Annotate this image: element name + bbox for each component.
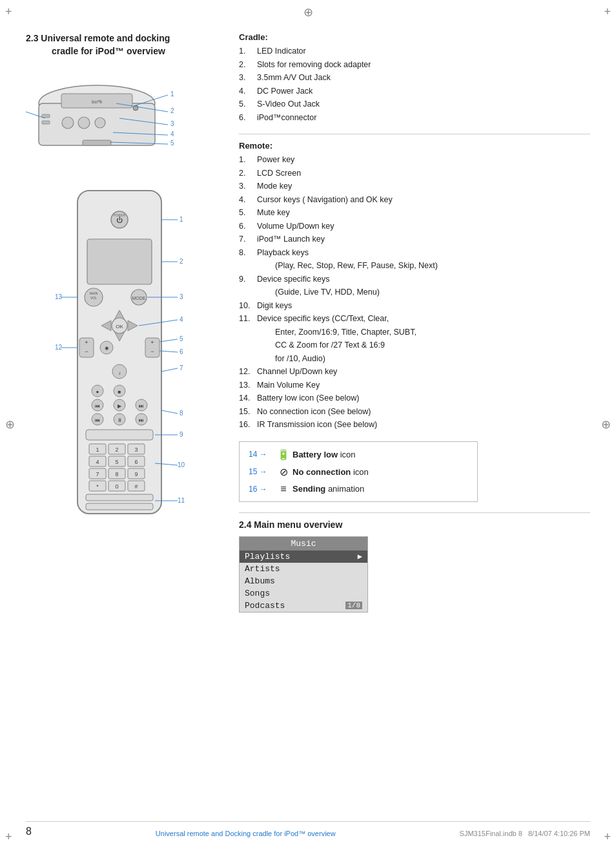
svg-text:▶: ▶ [118, 403, 122, 409]
remote-list-item: 8.Playback keys [239, 247, 590, 259]
cradle-list-item: 4.DC Power Jack [239, 86, 590, 98]
svg-text:3: 3 [134, 446, 138, 453]
menu-item-0: Playlists▶ [240, 550, 367, 563]
reg-mark-bl: + [5, 830, 12, 844]
menu-screen: Music Playlists▶ArtistsAlbumsSongsPodcas… [239, 536, 368, 613]
cradle-section: Cradle: 1.LED Indicator2.Slots for remov… [239, 32, 590, 123]
svg-rect-9 [42, 114, 50, 118]
svg-line-104 [161, 368, 178, 372]
remote-list-item: 7.iPod™ Launch key [239, 234, 590, 246]
menu-title: Music [240, 537, 367, 550]
svg-text:#: # [134, 483, 138, 490]
svg-text:2: 2 [180, 258, 183, 265]
svg-text:−: − [85, 348, 88, 355]
remote-list-item: 1.Power key [239, 154, 590, 166]
remote-list-item: 13.Main Volume Key [239, 380, 590, 392]
menu-item-4: Podcasts1/8 [240, 600, 367, 612]
svg-text:■: ■ [118, 389, 121, 395]
remote-section: Remote: 1.Power key2.LCD Screen3.Mode ke… [239, 141, 590, 431]
menu-item-1: Artists [240, 563, 367, 575]
svg-text:5: 5 [115, 459, 118, 465]
section-divider [239, 134, 590, 134]
icon-arrow-num: 15 → [249, 467, 274, 476]
svg-text:1: 1 [96, 446, 99, 453]
svg-text:11: 11 [178, 497, 185, 504]
cradle-title: Cradle: [239, 32, 590, 42]
svg-rect-5 [83, 140, 111, 145]
cradle-list-item: 2.Slots for removing dock adapter [239, 59, 590, 71]
footer: 8 Universal remote and Docking cradle fo… [26, 821, 590, 837]
svg-text:5: 5 [180, 335, 183, 342]
footer-title: Universal remote and Docking cradle for … [156, 830, 336, 837]
remote-list-item: 11.Device specific keys (CC/Text, Clear, [239, 313, 590, 325]
svg-text:●: ● [96, 389, 99, 395]
remote-diagram: POWER ⏻ MODE MAIN VOL [55, 184, 197, 548]
svg-text:1: 1 [170, 90, 174, 98]
svg-point-8 [95, 118, 105, 128]
section-24: 2.4 Main menu overview Music Playlists▶A… [239, 519, 590, 613]
icon-arrow-num: 16 → [249, 485, 274, 494]
remote-list-item: 15.No connection icon (See below) [239, 406, 590, 418]
remote-list-item: 5.Mute key [239, 207, 590, 219]
svg-text:MAIN: MAIN [90, 291, 98, 295]
svg-text:3: 3 [180, 293, 183, 300]
svg-text:3: 3 [170, 120, 174, 127]
svg-text:6: 6 [134, 459, 138, 465]
page-number: 8 [26, 826, 32, 837]
reg-mark-br: + [604, 830, 611, 844]
cradle-list-item: 5.S-Video Out Jack [239, 99, 590, 110]
remote-list-item: 6.Volume Up/Down key [239, 221, 590, 233]
section-24-title: 2.4 Main menu overview [239, 519, 590, 530]
icon-label: Battery low icon [293, 450, 356, 459]
svg-text:8: 8 [115, 471, 118, 477]
icon-symbol: ≡ [274, 483, 293, 495]
section-23-heading: 2.3 Universal remote and docking cradle … [26, 32, 226, 58]
svg-text:9: 9 [134, 471, 138, 477]
svg-text:⏻: ⏻ [116, 216, 123, 224]
svg-text:⏸: ⏸ [117, 417, 122, 423]
svg-text:4: 4 [96, 459, 99, 465]
remote-list: 1.Power key2.LCD Screen3.Mode key4.Curso… [239, 154, 590, 431]
right-column: Cradle: 1.LED Indicator2.Slots for remov… [239, 32, 590, 613]
svg-text:♪: ♪ [118, 370, 121, 376]
svg-line-106 [161, 410, 178, 414]
cradle-list-item: 3.3.5mm A/V Out Jack [239, 72, 590, 84]
svg-text:9: 9 [180, 431, 183, 438]
page: + + + + ⊕ ⊕ ⊕ 2.3 Universal remote and d… [0, 0, 616, 849]
svg-text:13: 13 [55, 293, 63, 300]
icon-row-1: 15 → ⊘ No connection icon [249, 466, 468, 478]
svg-text:7: 7 [96, 471, 99, 477]
footer-file-info: SJM315Final.indb 8 8/14/07 4:10:26 PM [460, 830, 590, 837]
svg-rect-90 [86, 494, 153, 501]
svg-rect-10 [42, 121, 50, 124]
svg-text:*: * [96, 483, 99, 490]
reg-mark-tl: + [5, 5, 12, 19]
reg-mark-left: ⊕ [5, 417, 15, 432]
remote-list-item: (Play, Rec, Stop, Rew, FF, Pause, Skip, … [239, 260, 590, 272]
left-column: 2.3 Universal remote and docking cradle … [26, 32, 226, 613]
svg-point-7 [78, 117, 90, 129]
svg-text:2: 2 [115, 446, 118, 453]
svg-text:iPod: iPod [92, 99, 102, 105]
remote-list-item: 12.Channel Up/Down key [239, 366, 590, 378]
remote-list-item: (Guide, Live TV, HDD, Menu) [239, 287, 590, 299]
icon-label: Sending animation [293, 484, 364, 494]
cradle-diagram: iPod 1 [26, 68, 207, 171]
remote-list-item: for /10, Audio) [239, 353, 590, 365]
svg-text:VOL: VOL [90, 296, 97, 300]
svg-text:5: 5 [170, 140, 174, 147]
reg-mark-top: ⊕ [303, 5, 313, 19]
svg-text:7: 7 [180, 364, 183, 372]
svg-point-6 [62, 117, 74, 129]
svg-text:0: 0 [115, 483, 118, 490]
icon-label: No connection icon [293, 467, 369, 477]
remote-list-item: CC & Zoom for /27 Text & 16:9 [239, 340, 590, 351]
icon-symbol: ⊘ [274, 466, 293, 478]
svg-text:⏮: ⏮ [95, 417, 100, 423]
remote-list-item: 9.Device specific keys [239, 274, 590, 286]
svg-text:4: 4 [170, 131, 174, 138]
cradle-list-item: 1.LED Indicator [239, 46, 590, 58]
menu-item-2: Albums [240, 575, 367, 587]
content-area: 2.3 Universal remote and docking cradle … [26, 32, 590, 613]
svg-text:−: − [150, 348, 154, 355]
